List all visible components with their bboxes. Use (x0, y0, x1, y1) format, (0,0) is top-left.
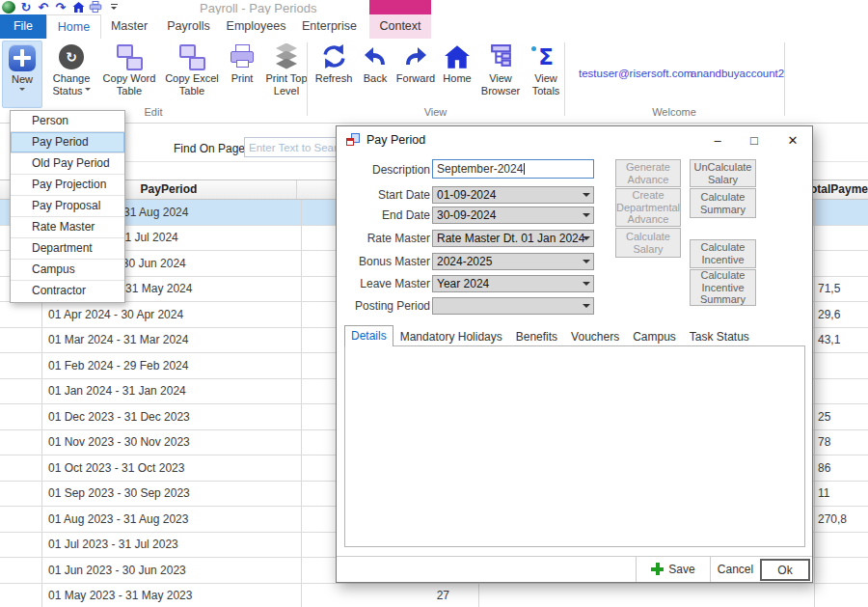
change-status-button[interactable]: Change Status (45, 41, 97, 108)
forward-button[interactable]: Forward (394, 41, 437, 108)
refresh-button[interactable]: Refresh (312, 41, 356, 108)
details-tab-panel (344, 345, 805, 547)
copy-word-table-icon (115, 42, 144, 71)
tab-campus[interactable]: Campus (626, 327, 683, 346)
rate-master-select[interactable]: Rate Master Dt. 01 Jan 2024 (432, 230, 594, 247)
calculate-incentive-button[interactable]: Calculate Incentive (690, 239, 756, 268)
copy-excel-table-button[interactable]: Copy Excel Table (161, 41, 223, 108)
tab-vouchers[interactable]: Vouchers (564, 327, 626, 346)
back-button[interactable]: Back (358, 41, 393, 108)
tab-payrolls[interactable]: Payrolls (157, 14, 220, 39)
chevron-down-icon (583, 236, 590, 244)
group-separator (784, 42, 785, 116)
application-window: Payroll - Pay Periods File Home Master P… (0, 0, 868, 607)
qat-refresh-icon[interactable] (19, 1, 33, 14)
plus-icon (651, 563, 664, 575)
change-status-icon (59, 44, 84, 69)
view-browser-button[interactable]: View Browser (477, 41, 524, 108)
title-bar: Payroll - Pay Periods (0, 0, 868, 14)
tab-home[interactable]: Home (46, 14, 101, 39)
group-label-welcome: Welcome (564, 106, 784, 118)
table-row[interactable]: 01 May 2023 - 31 May 202327 (0, 584, 868, 607)
group-separator (564, 42, 565, 116)
minimize-button[interactable]: – (701, 126, 734, 153)
forward-arrow-icon (403, 41, 428, 72)
dropdown-arrow-icon (85, 88, 91, 94)
winform-icon (346, 133, 360, 147)
context-tab-accent (369, 0, 431, 14)
start-date-select[interactable]: 01-09-2024 (432, 186, 594, 204)
menu-item-rate-master[interactable]: Rate Master (11, 217, 124, 238)
qat-redo-icon[interactable] (54, 1, 68, 14)
calculate-salary-button[interactable]: Calculate Salary (615, 228, 681, 258)
window-title: Payroll - Pay Periods (200, 1, 316, 15)
home-icon (444, 41, 471, 72)
account-email-link[interactable]: testuser@risersoft.com (579, 68, 692, 79)
leave-master-select[interactable]: Year 2024 (432, 275, 594, 292)
menu-item-pay-projection[interactable]: Pay Projection (11, 175, 124, 196)
print-top-level-button[interactable]: Print Top Level (261, 41, 312, 108)
app-icon[interactable] (2, 1, 15, 14)
tab-task-status[interactable]: Task Status (683, 327, 756, 346)
print-button[interactable]: Print (225, 41, 259, 108)
menu-item-old-pay-period[interactable]: Old Pay Period (11, 153, 124, 175)
calculate-incentive-summary-button[interactable]: Calculate Incentive Summary (690, 269, 756, 306)
chevron-down-icon (583, 282, 590, 290)
cancel-button[interactable]: Cancel (711, 556, 760, 582)
menu-item-campus[interactable]: Campus (11, 260, 124, 281)
group-label-view: View (307, 106, 564, 118)
sigma-icon: Σ (538, 44, 554, 69)
create-departmental-advance-button[interactable]: Create Departmental Advance (615, 188, 681, 227)
save-button[interactable]: Save (637, 556, 710, 582)
print-icon (229, 43, 256, 69)
menu-item-contractor[interactable]: Contractor (11, 281, 124, 302)
ok-button[interactable]: Ok (760, 559, 810, 581)
bonus-master-label: Bonus Master (339, 255, 430, 268)
ribbon-tab-row: File Home Master Payrolls Employees Ente… (0, 14, 868, 39)
qat-undo-icon[interactable] (37, 1, 50, 14)
bonus-master-select[interactable]: 2024-2025 (432, 253, 594, 270)
view-browser-icon (488, 41, 514, 72)
tab-mandatory-holidays[interactable]: Mandatory Holidays (393, 327, 509, 346)
new-dropdown-menu: Person Pay Period Old Pay Period Pay Pro… (10, 110, 125, 303)
tab-master[interactable]: Master (101, 14, 157, 39)
leave-master-label: Leave Master (339, 277, 430, 290)
generate-advance-button[interactable]: Generate Advance (615, 159, 681, 187)
view-totals-button[interactable]: Σ View Totals (526, 41, 566, 108)
group-separator (307, 42, 308, 116)
rate-master-label: Rate Master (339, 232, 430, 245)
start-date-label: Start Date (339, 188, 430, 202)
tab-enterprise[interactable]: Enterprise (292, 14, 366, 39)
new-button[interactable]: New (2, 41, 42, 108)
pay-period-dialog: Pay Period – □ ✕ Description September-2… (336, 125, 813, 583)
calculate-summary-button[interactable]: Calculate Summary (690, 188, 756, 218)
uncalculate-salary-button[interactable]: UnCalculate Salary (690, 159, 756, 187)
home-button[interactable]: Home (439, 41, 475, 108)
dropdown-arrow-icon (19, 88, 25, 94)
copy-word-table-button[interactable]: Copy Word Table (99, 41, 159, 108)
description-field[interactable]: September-2024 (432, 159, 594, 179)
dialog-title: Pay Period (366, 133, 425, 147)
close-icon[interactable]: ✕ (774, 126, 811, 153)
menu-item-department[interactable]: Department (11, 238, 124, 260)
maximize-button[interactable]: □ (738, 126, 771, 153)
menu-item-pay-proposal[interactable]: Pay Proposal (11, 196, 124, 217)
posting-period-select[interactable] (432, 297, 594, 315)
tab-details[interactable]: Details (344, 325, 393, 346)
menu-item-pay-period[interactable]: Pay Period (11, 132, 124, 153)
qat-home-icon[interactable] (71, 1, 85, 14)
tab-file[interactable]: File (0, 14, 46, 39)
menu-item-person[interactable]: Person (11, 111, 124, 132)
chevron-down-icon (583, 213, 590, 221)
account-name-link[interactable]: anandbuyaccount2 (691, 68, 784, 79)
end-date-label: End Date (339, 208, 430, 222)
tab-employees[interactable]: Employees (220, 14, 292, 39)
chevron-down-icon (583, 193, 590, 201)
tab-benefits[interactable]: Benefits (509, 327, 564, 346)
qat-print-icon[interactable] (89, 1, 102, 14)
qat-customize-toolbar-icon[interactable] (108, 1, 122, 14)
tab-context[interactable]: Context (369, 14, 431, 39)
back-arrow-icon (363, 41, 388, 72)
end-date-select[interactable]: 30-09-2024 (432, 207, 594, 224)
posting-period-label: Posting Period (339, 299, 430, 313)
